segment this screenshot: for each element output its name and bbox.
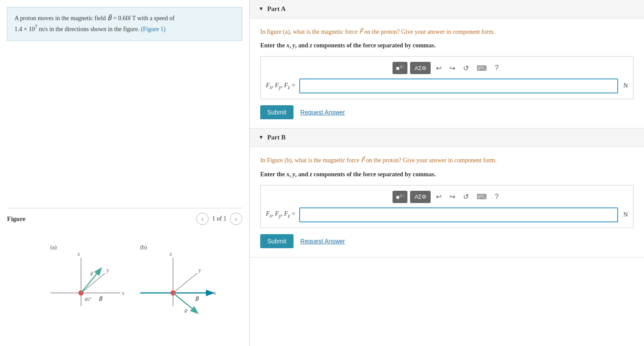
part-b-body: In Figure (b), what is the magnetic forc… — [250, 147, 644, 257]
reset-icon: ↺ — [463, 64, 469, 72]
part-b-symbol-button[interactable]: ΑΣΦ — [410, 191, 431, 203]
page-indicator: 1 of 1 — [212, 215, 226, 222]
part-b-request-answer-link[interactable]: Request Answer — [301, 238, 345, 245]
part-b-input[interactable] — [299, 207, 618, 222]
part-a-submit-button[interactable]: Submit — [260, 105, 294, 119]
figure-link[interactable]: (Figure 1) — [141, 26, 166, 32]
next-figure-button[interactable]: › — [230, 213, 242, 225]
problem-statement: A proton moves in the magnetic field B⃗ … — [7, 7, 242, 41]
part-a-undo-button[interactable]: ↩ — [433, 62, 444, 74]
part-b-question: In Figure (b), what is the magnetic forc… — [260, 156, 633, 165]
part-a-action-row: Submit Request Answer — [260, 105, 633, 119]
part-a-chevron: ▼ — [258, 6, 264, 12]
redo-icon-b: ↪ — [449, 193, 455, 201]
svg-text:x: x — [213, 290, 216, 296]
svg-text:B⃗: B⃗ — [195, 296, 199, 302]
help-icon-b: ? — [495, 193, 499, 201]
help-icon: ? — [495, 64, 499, 72]
part-b-answer-box: ■√□ ΑΣΦ ↩ ↪ ↺ ⌨ — [260, 185, 633, 228]
svg-text:y: y — [198, 267, 201, 273]
part-a-unit: N — [623, 82, 628, 89]
part-a-answer-box: ■√□ ΑΣΦ ↩ ↪ ↺ ⌨ — [260, 56, 633, 99]
part-a-instruction: Enter the x, y, and z components of the … — [260, 42, 633, 49]
svg-text:45°: 45° — [85, 296, 91, 302]
part-b-input-label: Fx, Fy, Fz = — [266, 210, 296, 219]
part-a-header: ▼ Part A — [250, 0, 644, 18]
undo-icon-b: ↩ — [436, 193, 442, 201]
left-panel: A proton moves in the magnetic field B⃗ … — [0, 0, 250, 346]
part-a-input[interactable] — [299, 78, 618, 93]
figure-svg: (a) z x y v⃗ 45° B⃗ — [24, 236, 226, 332]
part-a-keyboard-button[interactable]: ⌨ — [474, 62, 489, 74]
sqrt-icon: ■√□ — [396, 64, 404, 71]
svg-text:(b): (b) — [140, 244, 147, 250]
svg-text:B⃗: B⃗ — [99, 296, 103, 302]
undo-icon: ↩ — [436, 64, 442, 72]
part-a-input-row: Fx, Fy, Fz = N — [266, 78, 628, 93]
figure-nav: ‹ 1 of 1 › — [196, 213, 242, 225]
part-b-header: ▼ Part B — [250, 128, 644, 147]
keyboard-icon: ⌨ — [477, 64, 487, 72]
svg-text:(a): (a) — [50, 244, 57, 250]
part-b-label: Part B — [267, 134, 286, 141]
redo-icon: ↪ — [449, 64, 455, 72]
part-a-question: In figure (a), what is the magnetic forc… — [260, 27, 633, 37]
part-a-section: ▼ Part A In figure (a), what is the magn… — [250, 0, 644, 128]
part-b-redo-button[interactable]: ↪ — [447, 191, 458, 203]
symbol-icon: ΑΣΦ — [414, 65, 426, 71]
part-b-chevron: ▼ — [258, 134, 264, 141]
svg-text:y: y — [106, 267, 109, 273]
part-a-label: Part A — [267, 5, 286, 13]
part-b-toolbar: ■√□ ΑΣΦ ↩ ↪ ↺ ⌨ — [266, 191, 628, 203]
svg-text:z: z — [78, 251, 80, 257]
svg-text:z: z — [170, 251, 172, 257]
part-b-help-button[interactable]: ? — [492, 191, 501, 203]
part-b-unit: N — [623, 211, 628, 218]
right-panel: ▼ Part A In figure (a), what is the magn… — [250, 0, 644, 346]
symbol-icon-b: ΑΣΦ — [414, 193, 426, 200]
part-b-sqrt-button[interactable]: ■√□ — [393, 191, 407, 203]
part-a-help-button[interactable]: ? — [492, 62, 501, 74]
svg-line-17 — [173, 273, 197, 293]
part-b-reset-button[interactable]: ↺ — [460, 191, 471, 203]
sqrt-icon-b: ■√□ — [396, 193, 404, 200]
part-b-section: ▼ Part B In Figure (b), what is the magn… — [250, 128, 644, 257]
svg-text:v⃗: v⃗ — [184, 308, 188, 314]
part-b-keyboard-button[interactable]: ⌨ — [474, 191, 489, 203]
svg-text:x: x — [122, 290, 124, 296]
part-b-undo-button[interactable]: ↩ — [433, 191, 444, 203]
problem-text: A proton moves in the magnetic field B⃗ … — [14, 15, 174, 32]
part-b-action-row: Submit Request Answer — [260, 234, 633, 248]
figure-canvas: (a) z x y v⃗ 45° B⃗ — [7, 229, 242, 339]
part-b-input-row: Fx, Fy, Fz = N — [266, 207, 628, 222]
figure-section: Figure ‹ 1 of 1 › (a) z x y — [7, 199, 242, 339]
part-a-sqrt-button[interactable]: ■√□ — [393, 62, 407, 74]
part-b-submit-button[interactable]: Submit — [260, 234, 294, 248]
part-a-reset-button[interactable]: ↺ — [460, 62, 471, 74]
part-a-toolbar: ■√□ ΑΣΦ ↩ ↪ ↺ ⌨ — [266, 62, 628, 74]
keyboard-icon-b: ⌨ — [477, 193, 487, 201]
svg-line-5 — [81, 273, 105, 293]
part-a-symbol-button[interactable]: ΑΣΦ — [410, 62, 431, 74]
part-b-instruction: Enter the x, y, and z components of the … — [260, 171, 633, 178]
figure-header: Figure ‹ 1 of 1 › — [7, 208, 242, 225]
part-a-redo-button[interactable]: ↪ — [447, 62, 458, 74]
reset-icon-b: ↺ — [463, 193, 469, 201]
B-field-math: B⃗ = 0.60î T — [107, 15, 136, 21]
part-a-input-label: Fx, Fy, Fz = — [266, 82, 296, 90]
figure-title: Figure — [7, 215, 25, 223]
part-a-request-answer-link[interactable]: Request Answer — [301, 109, 345, 116]
part-a-body: In figure (a), what is the magnetic forc… — [250, 18, 644, 128]
prev-figure-button[interactable]: ‹ — [196, 213, 209, 225]
svg-text:v⃗: v⃗ — [90, 271, 93, 276]
